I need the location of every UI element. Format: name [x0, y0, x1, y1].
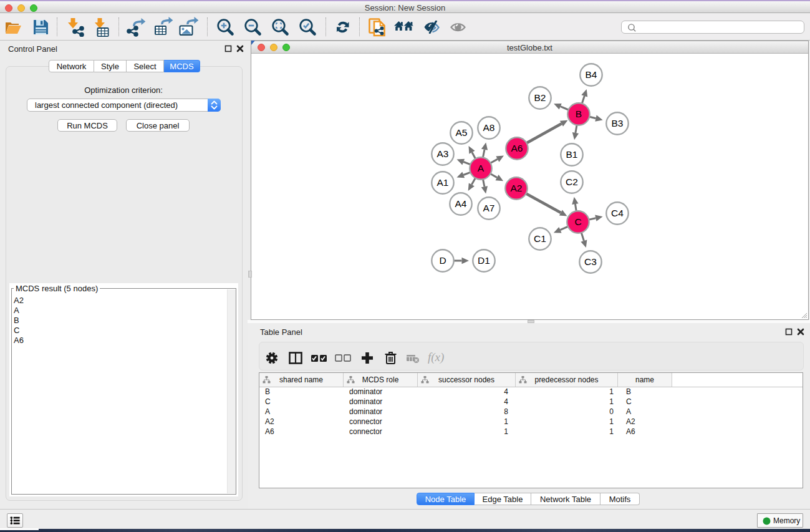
svg-text:B: B	[576, 109, 582, 119]
svg-text:C3: C3	[584, 256, 597, 267]
svg-text:A8: A8	[483, 122, 495, 133]
svg-text:C1: C1	[534, 233, 546, 244]
svg-text:B4: B4	[586, 69, 597, 80]
svg-text:C4: C4	[611, 208, 624, 218]
svg-text:B3: B3	[612, 118, 624, 128]
svg-text:D: D	[439, 255, 446, 266]
svg-text:A2: A2	[511, 183, 523, 193]
svg-text:C: C	[574, 216, 581, 227]
svg-text:A4: A4	[455, 198, 467, 209]
svg-text:A6: A6	[511, 143, 523, 153]
svg-text:f(x): f(x)	[428, 351, 444, 364]
svg-text:A1: A1	[437, 177, 449, 188]
svg-text:A5: A5	[456, 127, 468, 138]
svg-text:A3: A3	[437, 148, 449, 159]
svg-text:D1: D1	[478, 255, 490, 266]
svg-text:B2: B2	[534, 92, 546, 103]
svg-text:A: A	[478, 163, 485, 173]
svg-text:A7: A7	[483, 203, 495, 213]
svg-text:C2: C2	[566, 177, 578, 187]
svg-text:B1: B1	[566, 149, 578, 160]
